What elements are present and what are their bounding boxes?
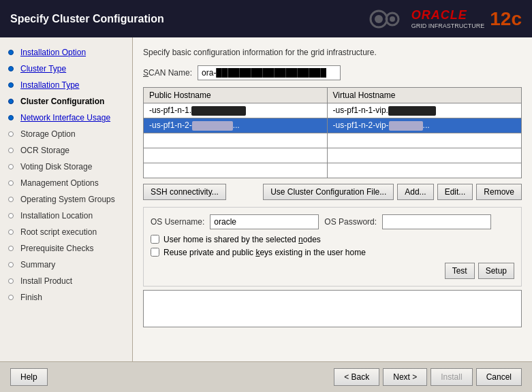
col-virtual-hostname: Virtual Hostname [327, 88, 521, 103]
os-username-label: OS Username: [151, 217, 204, 227]
user-home-shared-label: User home is shared by the selected node… [163, 235, 321, 244]
col-public-hostname: Public Hostname [144, 88, 328, 103]
redacted-text [192, 121, 233, 131]
sidebar-item-cluster-type[interactable]: Cluster Type [0, 61, 132, 77]
log-area [143, 290, 522, 327]
user-home-shared-row: User home is shared by the selected node… [151, 235, 514, 244]
sidebar-item-summary: Summary [0, 257, 132, 273]
sidebar-item-ocr-storage: OCR Storage [0, 142, 132, 159]
remove-button[interactable]: Remove [476, 184, 522, 200]
os-username-row: OS Username: OS Password: [151, 214, 514, 229]
sidebar-item-storage-option: Storage Option [0, 126, 132, 142]
sidebar-item-installation-option[interactable]: Installation Option [0, 44, 132, 61]
bullet-empty-icon [8, 180, 14, 186]
table-row-selected[interactable]: -us-pf1-n-2-... -us-pf1-n-2-vip-... [144, 118, 522, 133]
bullet-empty-icon [8, 213, 14, 218]
bullet-icon [8, 82, 14, 88]
install-button[interactable]: Install [431, 368, 472, 386]
scan-name-row: SCAN Name: [143, 65, 522, 80]
bullet-empty-icon [8, 262, 14, 267]
reuse-keys-label: Reuse private and public keys existing i… [163, 248, 366, 257]
oracle-brand: ORACLE GRID INFRASTRUCTURE [411, 8, 485, 30]
table-row[interactable]: -us-pf1-n-1. -us-pf1-n-1-vip. [144, 103, 522, 118]
scan-name-label: SCAN Name: [143, 68, 192, 78]
main-container: Installation Option Cluster Type Install… [0, 37, 532, 361]
edit-button[interactable]: Edit... [437, 184, 473, 200]
bullet-icon [8, 115, 14, 120]
virtual-hostname-cell-selected: -us-pf1-n-2-vip-... [327, 118, 521, 133]
bullet-empty-icon [8, 131, 14, 137]
user-home-shared-checkbox[interactable] [151, 235, 159, 244]
test-setup-row: Test Setup [151, 263, 514, 279]
reuse-keys-checkbox[interactable] [151, 248, 159, 257]
sidebar-item-prereq-checks: Prerequisite Checks [0, 240, 132, 257]
sidebar-item-network-interface[interactable]: Network Interface Usage [0, 110, 132, 126]
bullet-empty-icon [8, 164, 14, 169]
svg-point-3 [390, 16, 395, 22]
table-row-empty [144, 133, 522, 148]
bullet-icon [8, 66, 14, 71]
os-username-input[interactable] [210, 214, 319, 229]
sidebar-item-voting-disk: Voting Disk Storage [0, 159, 132, 175]
footer: Help < Back Next > Install Cancel [0, 361, 532, 392]
os-password-input[interactable] [382, 214, 491, 229]
sidebar-item-installation-type[interactable]: Installation Type [0, 77, 132, 93]
sidebar-item-management-options: Management Options [0, 175, 132, 191]
gears-icon [365, 4, 406, 34]
redacted-text [388, 106, 436, 116]
cancel-button[interactable]: Cancel [476, 368, 522, 386]
public-hostname-cell-selected: -us-pf1-n-2-... [144, 118, 328, 133]
sidebar-item-finish: Finish [0, 289, 132, 306]
cluster-nodes-table: Public Hostname Virtual Hostname -us-pf1… [143, 87, 522, 178]
bullet-empty-icon [8, 295, 14, 300]
oracle-logo-container: ORACLE GRID INFRASTRUCTURE 12c [365, 4, 522, 34]
content-area: Specify basic configuration information … [133, 37, 532, 361]
bullet-empty-icon [8, 197, 14, 202]
add-button[interactable]: Add... [397, 184, 433, 200]
table-row-empty [144, 148, 522, 163]
virtual-hostname-cell: -us-pf1-n-1-vip. [327, 103, 521, 118]
reuse-keys-row: Reuse private and public keys existing i… [151, 248, 514, 257]
cluster-buttons-row: SSH connectivity... Use Cluster Configur… [143, 184, 522, 200]
back-button[interactable]: < Back [334, 368, 379, 386]
bullet-empty-icon [8, 148, 14, 153]
use-cluster-config-button[interactable]: Use Cluster Configuration File... [263, 184, 394, 200]
redacted-text [191, 106, 246, 116]
bullet-empty-icon [8, 278, 14, 284]
header: Specify Cluster Configuration ORACLE GRI… [0, 0, 532, 37]
bullet-empty-icon [8, 246, 14, 251]
public-hostname-cell: -us-pf1-n-1. [144, 103, 328, 118]
os-password-label: OS Password: [324, 217, 377, 227]
bullet-icon [8, 50, 14, 55]
sidebar-item-os-groups: Operating System Groups [0, 191, 132, 208]
footer-nav-buttons: < Back Next > Install Cancel [334, 368, 522, 386]
sidebar-item-root-script: Root script execution [0, 224, 132, 240]
content-description: Specify basic configuration information … [143, 48, 522, 57]
sidebar-item-cluster-configuration[interactable]: Cluster Configuration [0, 93, 132, 110]
bullet-active-icon [8, 99, 14, 104]
setup-button[interactable]: Setup [478, 263, 514, 279]
sidebar-item-installation-location: Installation Location [0, 208, 132, 224]
test-button[interactable]: Test [445, 263, 475, 279]
bullet-empty-icon [8, 229, 14, 235]
table-row-empty [144, 163, 522, 178]
help-button[interactable]: Help [10, 368, 48, 386]
sidebar-item-install-product: Install Product [0, 273, 132, 289]
ssh-connectivity-button[interactable]: SSH connectivity... [143, 184, 226, 200]
os-credentials-section: OS Username: OS Password: User home is s… [143, 207, 522, 287]
next-button[interactable]: Next > [383, 368, 427, 386]
scan-name-input[interactable] [198, 65, 341, 80]
svg-point-1 [375, 15, 383, 23]
redacted-text [389, 121, 423, 131]
page-title: Specify Cluster Configuration [10, 13, 164, 25]
sidebar: Installation Option Cluster Type Install… [0, 37, 133, 361]
